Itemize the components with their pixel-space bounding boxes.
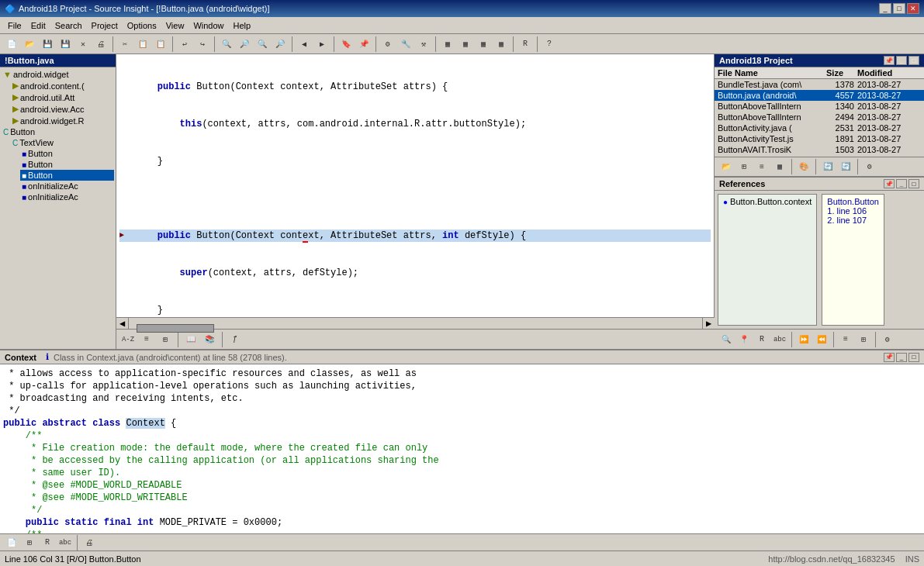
ctx-tb-3[interactable]: R — [39, 535, 56, 550]
tb-sync[interactable]: 🔄 — [819, 159, 836, 174]
tree-item-button-2[interactable]: ■ Button — [20, 159, 114, 170]
file-row[interactable]: ButtonActivityTest.js 1891 2013-08-27 — [715, 133, 924, 144]
tb-bookmark2[interactable]: 📌 — [355, 36, 372, 52]
tb-layout3[interactable]: ▦ — [475, 36, 492, 52]
tb-prop[interactable]: ⚙ — [861, 159, 878, 174]
tb-layout4[interactable]: ▦ — [493, 36, 510, 52]
context-panel-min[interactable]: _ — [896, 353, 907, 362]
ctx-tb-5[interactable]: 🖨 — [81, 535, 98, 550]
menu-file[interactable]: File — [3, 19, 26, 32]
tree-item-button-class[interactable]: C Button — [2, 126, 114, 137]
tree-item-android-view-acc[interactable]: ▶ android.view.Acc — [11, 103, 114, 115]
tb-bookmark[interactable]: 🔖 — [337, 36, 355, 52]
tb-ref-abc[interactable]: abc — [771, 332, 788, 347]
tb-search[interactable]: 🔍 — [218, 36, 235, 52]
menu-view[interactable]: View — [161, 19, 189, 32]
panel-min-btn[interactable]: _ — [896, 56, 907, 65]
scroll-left-btn[interactable]: ◀ — [116, 318, 129, 330]
tb-search2[interactable]: 🔎 — [236, 36, 253, 52]
tb-ref-back[interactable]: ⏪ — [813, 332, 830, 347]
tree-item-oninit-2[interactable]: ■ onInitializeAc — [20, 192, 114, 202]
ctx-tb-1[interactable]: 📄 — [3, 535, 20, 550]
tb-ref-goto[interactable]: ⏩ — [795, 332, 812, 347]
panel-pin-btn[interactable]: 📌 — [884, 56, 895, 65]
file-row[interactable]: ButtonActivity.java ( 2531 2013-08-27 — [715, 123, 924, 133]
tb-macro[interactable]: R — [517, 36, 534, 52]
menu-help[interactable]: Help — [229, 19, 256, 32]
minimize-button[interactable]: _ — [879, 3, 891, 14]
tb-help[interactable]: ? — [541, 36, 558, 52]
tb-func[interactable]: ƒ — [227, 332, 244, 347]
ctx-tb-4[interactable]: abc — [57, 535, 74, 550]
tb-tools3[interactable]: ⚒ — [415, 36, 432, 52]
scroll-thumb[interactable] — [137, 324, 214, 333]
tb-open[interactable]: 📂 — [21, 36, 38, 52]
editor-horizontal-scrollbar[interactable]: ◀ ▶ — [116, 317, 715, 329]
file-row[interactable]: ButtonAVAIT.TrosiK 1503 2013-08-27 — [715, 144, 924, 155]
tb-ref-search[interactable]: 🔍 — [718, 332, 735, 347]
tb-tools2[interactable]: 🔧 — [397, 36, 414, 52]
tree-item-android-widget[interactable]: ▼ android.widget — [2, 69, 114, 80]
tb-tools[interactable]: ⚙ — [379, 36, 396, 52]
tb-view-list[interactable]: ≡ — [753, 159, 770, 174]
tree-item-android-content[interactable]: ▶ android.content.( — [11, 80, 114, 91]
tree-item-textview[interactable]: C TextView — [11, 137, 114, 148]
tree-item-button-1[interactable]: ■ Button — [20, 148, 114, 159]
tb-save[interactable]: 💾 — [39, 36, 56, 52]
menu-edit[interactable]: Edit — [26, 19, 50, 32]
tb-view-grid[interactable]: ⊞ — [735, 159, 753, 174]
menu-project[interactable]: Project — [87, 19, 123, 32]
tb-ref-grid[interactable]: ⊞ — [855, 332, 872, 347]
menu-options[interactable]: Options — [123, 19, 161, 32]
tb-sync2[interactable]: 🔄 — [837, 159, 854, 174]
tb-copy[interactable]: 📋 — [134, 36, 151, 52]
tb-book[interactable]: 📖 — [182, 332, 199, 347]
panel-max-btn[interactable]: □ — [908, 56, 919, 65]
tb-layout2[interactable]: ▦ — [457, 36, 474, 52]
tb-save2[interactable]: 💾 — [57, 36, 74, 52]
tb-colors[interactable]: 🎨 — [795, 159, 812, 174]
context-panel-pin[interactable]: 📌 — [884, 353, 895, 362]
tree-item-android-util[interactable]: ▶ android.util.Att — [11, 91, 114, 103]
tb-search3[interactable]: 🔍 — [254, 36, 271, 52]
maximize-button[interactable]: □ — [893, 3, 905, 14]
ref-result-item[interactable]: Button.Button — [827, 197, 879, 206]
tb-open-file[interactable]: 📂 — [718, 159, 735, 174]
file-row[interactable]: ButtonAboveTallIntern 1340 2013-08-27 — [715, 101, 924, 112]
file-row[interactable]: BundleTest.java (com\ 1378 2013-08-27 — [715, 79, 924, 90]
tb-search4[interactable]: 🔎 — [272, 36, 289, 52]
ref-result-item[interactable]: 1. line 106 — [827, 206, 879, 216]
tb-ref-list[interactable]: ≡ — [837, 332, 854, 347]
file-row-selected[interactable]: Button.java (android\ 4557 2013-08-27 — [715, 90, 924, 101]
menu-window[interactable]: Window — [189, 19, 228, 32]
tb-nav-back[interactable]: ◀ — [296, 36, 313, 52]
tb-nav-fwd[interactable]: ▶ — [313, 36, 330, 52]
tb-ref-macro[interactable]: R — [753, 332, 770, 347]
tb-list1[interactable]: ≡ — [138, 332, 155, 347]
tree-item-button-3[interactable]: ■ Button — [20, 170, 114, 181]
code-editor[interactable]: public Button(Context context, Attribute… — [116, 54, 715, 317]
tb-az[interactable]: A-Z — [119, 332, 137, 347]
tb-new[interactable]: 📄 — [3, 36, 20, 52]
tb-redo[interactable]: ↪ — [194, 36, 211, 52]
scroll-right-btn[interactable]: ▶ — [702, 318, 715, 330]
context-panel-max[interactable]: □ — [908, 353, 919, 362]
file-row[interactable]: ButtonAboveTallIntern 2494 2013-08-27 — [715, 112, 924, 123]
tb-undo[interactable]: ↩ — [176, 36, 193, 52]
tree-item-oninit-1[interactable]: ■ onInitializeAc — [20, 181, 114, 192]
ref-result-item[interactable]: 2. line 107 — [827, 216, 879, 225]
tb-ref-cfg[interactable]: ⚙ — [879, 332, 896, 347]
tb-list2[interactable]: ⊞ — [157, 332, 174, 347]
tb-ref-nav[interactable]: 📍 — [735, 332, 753, 347]
menu-search[interactable]: Search — [50, 19, 87, 32]
tb-close[interactable]: ✕ — [74, 36, 92, 52]
tb-cut[interactable]: ✂ — [116, 36, 133, 52]
tree-item-android-widget-r[interactable]: ▶ android.widget.R — [11, 115, 114, 126]
close-button[interactable]: ✕ — [907, 3, 919, 14]
tb-view-detail[interactable]: ▦ — [771, 159, 788, 174]
tb-book2[interactable]: 📚 — [201, 332, 218, 347]
tb-layout[interactable]: ▦ — [439, 36, 456, 52]
ref-panel-max[interactable]: □ — [908, 179, 919, 188]
tb-print[interactable]: 🖨 — [92, 36, 109, 52]
ctx-tb-2[interactable]: ⊞ — [21, 535, 38, 550]
